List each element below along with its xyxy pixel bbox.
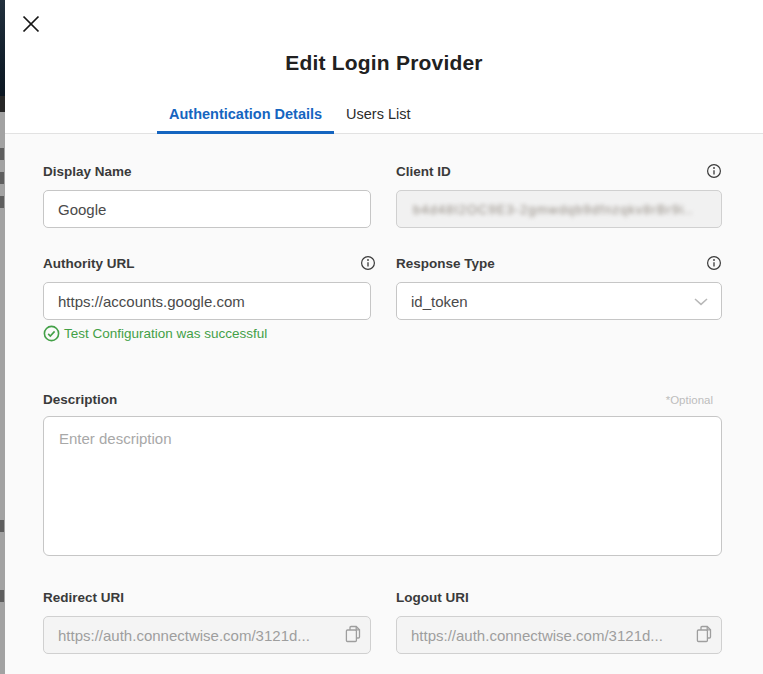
tab-authentication-details[interactable]: Authentication Details (157, 106, 334, 134)
client-id-info-button[interactable] (706, 163, 722, 179)
display-name-label: Display Name (43, 164, 371, 179)
modal-header: Edit Login Provider Authentication Detai… (5, 0, 763, 134)
logout-uri-copy-button[interactable] (693, 624, 715, 646)
logout-uri-label: Logout URI (396, 590, 722, 605)
description-label: Description (43, 392, 117, 407)
background-page-fragment (0, 590, 4, 602)
client-id-field: b4d48I2OC9E3-2gmwdqb9dfnzqkv8rBr9i.. (396, 190, 722, 228)
optional-note: *Optional (666, 394, 713, 406)
test-configuration-status: Test Configuration was successful (43, 325, 267, 342)
info-icon (706, 255, 722, 271)
edit-login-provider-modal: Edit Login Provider Authentication Detai… (0, 0, 763, 674)
client-id-redacted-value: b4d48I2OC9E3-2gmwdqb9dfnzqkv8rBr9i.. (413, 202, 693, 217)
tab-bar: Authentication Details Users List (157, 106, 423, 134)
background-page-header-fragment (0, 0, 5, 96)
authority-url-info-button[interactable] (360, 255, 376, 271)
page-title: Edit Login Provider (5, 51, 763, 75)
description-textarea[interactable] (43, 416, 722, 556)
background-page-fragment (0, 196, 4, 208)
chevron-down-icon (694, 298, 708, 306)
background-page-fragment (0, 172, 4, 184)
client-id-label: Client ID (396, 164, 722, 179)
display-name-input[interactable] (43, 190, 371, 228)
redirect-uri-input (43, 616, 371, 654)
info-icon (360, 255, 376, 271)
redirect-uri-field (43, 616, 371, 654)
status-message: Test Configuration was successful (64, 326, 267, 341)
close-icon (20, 13, 42, 35)
background-page-fragment (0, 520, 4, 532)
background-page-fragment (0, 96, 5, 112)
response-type-label: Response Type (396, 256, 722, 271)
response-type-value: id_token (411, 293, 468, 310)
redirect-uri-copy-button[interactable] (342, 624, 364, 646)
info-icon (706, 163, 722, 179)
authority-url-input[interactable] (43, 282, 371, 320)
copy-icon (694, 624, 714, 644)
background-page-edge (0, 0, 5, 674)
logout-uri-input (396, 616, 722, 654)
copy-icon (343, 624, 363, 644)
authority-url-label: Authority URL (43, 256, 371, 271)
response-type-info-button[interactable] (706, 255, 722, 271)
tab-users-list[interactable]: Users List (334, 106, 422, 134)
redirect-uri-label: Redirect URI (43, 590, 371, 605)
check-circle-icon (43, 325, 60, 342)
background-page-fragment (0, 148, 4, 160)
logout-uri-field (396, 616, 722, 654)
response-type-select[interactable]: id_token (396, 282, 722, 320)
close-button[interactable] (15, 8, 47, 40)
